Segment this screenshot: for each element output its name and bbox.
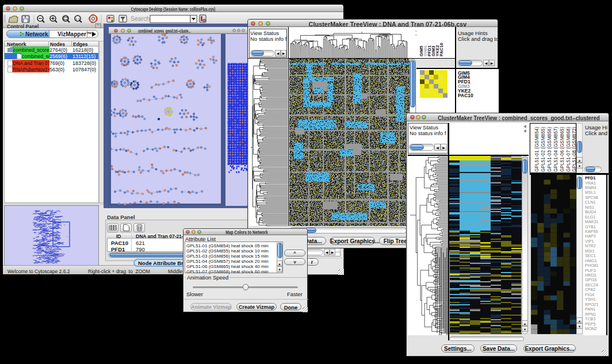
svg-text:1:1: 1:1	[75, 17, 80, 21]
svg-text:Search:: Search:	[131, 15, 151, 22]
